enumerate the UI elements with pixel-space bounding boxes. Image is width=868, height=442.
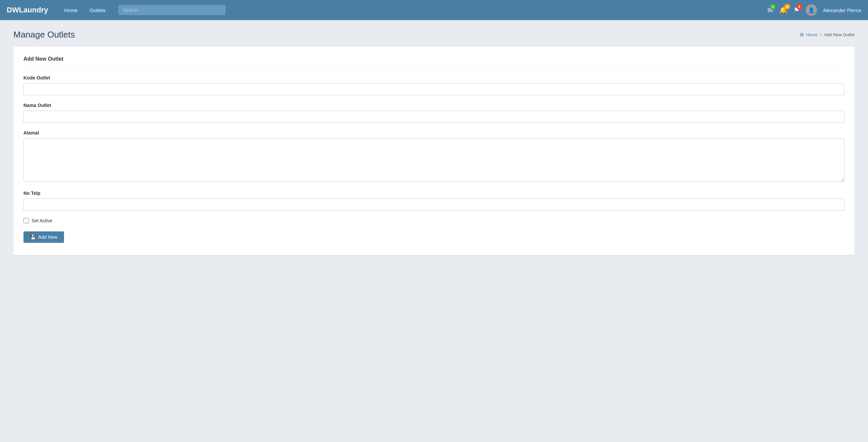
navbar: DWLaundry Home Outlets ✉ 4 🔔 10 ⚑ 9 👤 Al…	[0, 0, 868, 20]
page-header: Manage Outlets ⚙ Home > Add New Outlet	[13, 30, 855, 40]
set-active-label[interactable]: Set Active	[31, 218, 52, 223]
alamat-label: Alamat	[24, 130, 844, 136]
card-title: Add New Outlet	[24, 56, 844, 67]
breadcrumb-home[interactable]: Home	[806, 32, 818, 37]
add-new-label: Add New	[38, 234, 57, 240]
kode-outlet-label: Kode Outlet	[24, 75, 844, 81]
brand-name: Laundry	[19, 6, 48, 14]
nav-links: Home Outlets	[58, 5, 112, 16]
bell-badge: 10	[784, 4, 790, 10]
nama-outlet-group: Nama Outlet	[24, 102, 844, 123]
mail-badge: 4	[770, 4, 776, 10]
bell-icon-wrapper[interactable]: 🔔 10	[779, 6, 787, 14]
brand[interactable]: DWLaundry	[7, 6, 48, 14]
set-active-checkbox[interactable]	[24, 218, 29, 223]
navbar-right: ✉ 4 🔔 10 ⚑ 9 👤 Alexander Pierce	[768, 4, 861, 16]
no-telp-input[interactable]	[24, 199, 844, 211]
nav-home[interactable]: Home	[58, 5, 84, 16]
flag-icon-wrapper[interactable]: ⚑ 9	[794, 6, 800, 14]
kode-outlet-group: Kode Outlet	[24, 75, 844, 95]
search-wrapper	[118, 5, 225, 15]
avatar: 👤	[806, 4, 817, 16]
user-name[interactable]: Alexander Pierce	[823, 7, 861, 13]
brand-dw: DW	[7, 6, 19, 14]
form-card: Add New Outlet Kode Outlet Nama Outlet A…	[13, 47, 855, 255]
add-new-button[interactable]: 💾 Add New	[24, 231, 64, 243]
flag-badge: 9	[796, 4, 802, 10]
save-icon: 💾	[30, 234, 36, 240]
set-active-group: Set Active	[24, 218, 844, 223]
search-input[interactable]	[118, 5, 225, 15]
breadcrumb-icon: ⚙	[800, 32, 804, 38]
no-telp-group: No Telp	[24, 190, 844, 211]
kode-outlet-input[interactable]	[24, 83, 844, 95]
no-telp-label: No Telp	[24, 190, 844, 196]
mail-icon-wrapper[interactable]: ✉ 4	[768, 6, 773, 14]
breadcrumb-separator: >	[819, 32, 822, 37]
nama-outlet-input[interactable]	[24, 111, 844, 123]
alamat-group: Alamat	[24, 130, 844, 183]
page-title: Manage Outlets	[13, 30, 75, 40]
breadcrumb: ⚙ Home > Add New Outlet	[800, 32, 855, 38]
avatar-icon: 👤	[808, 7, 815, 13]
alamat-textarea[interactable]	[24, 138, 844, 182]
breadcrumb-current: Add New Outlet	[824, 32, 855, 37]
nav-outlets[interactable]: Outlets	[84, 5, 112, 16]
main-content: Manage Outlets ⚙ Home > Add New Outlet A…	[0, 20, 868, 264]
nama-outlet-label: Nama Outlet	[24, 102, 844, 108]
